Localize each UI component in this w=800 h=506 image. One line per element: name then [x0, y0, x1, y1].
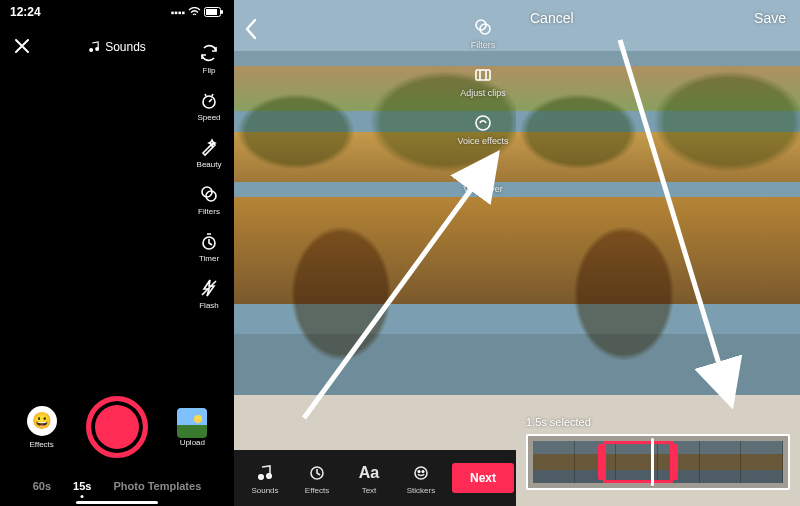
- upload-button[interactable]: Upload: [177, 408, 207, 447]
- clip-thumb: [741, 441, 783, 483]
- music-note-icon: [88, 41, 100, 53]
- status-bar: 12:24 ▪▪▪▪: [0, 3, 234, 21]
- home-indicator: [76, 501, 158, 504]
- effects-button[interactable]: 😀 Effects: [27, 406, 57, 449]
- sounds-label: Sounds: [105, 40, 146, 54]
- record-button[interactable]: [86, 396, 148, 458]
- wifi-icon: [188, 7, 201, 17]
- clip-thumb: [700, 441, 742, 483]
- flip-label: Flip: [198, 66, 220, 75]
- camera-screen: 12:24 ▪▪▪▪ Sounds Flip: [0, 0, 234, 506]
- adjust-clips-label: Adjust clips: [460, 88, 506, 98]
- trim-track[interactable]: [533, 441, 783, 483]
- timer-button[interactable]: Timer: [198, 230, 220, 263]
- tb-text[interactable]: Aa Text: [346, 462, 392, 495]
- svg-point-21: [422, 470, 424, 472]
- upload-icon: [177, 408, 207, 438]
- mode-15s[interactable]: 15s: [73, 480, 91, 492]
- mode-60s[interactable]: 60s: [33, 480, 51, 492]
- clock-icon: [294, 462, 340, 484]
- tb-sounds[interactable]: Sounds: [242, 462, 288, 495]
- mode-templates[interactable]: Photo Templates: [113, 480, 201, 492]
- tb-stickers[interactable]: Stickers: [398, 462, 444, 495]
- adjust-clips-screen: Cancel Save 1.5s selected: [516, 0, 800, 506]
- voiceover-button[interactable]: Voiceover: [463, 160, 503, 194]
- speed-button[interactable]: Speed: [197, 89, 220, 122]
- cancel-button[interactable]: Cancel: [530, 10, 574, 26]
- tb-effects-label: Effects: [294, 486, 340, 495]
- voice-effects-icon: [472, 112, 494, 134]
- beauty-label: Beauty: [197, 160, 222, 169]
- svg-rect-12: [476, 70, 490, 80]
- filters-label-2: Filters: [471, 40, 496, 50]
- voiceover-label: Voiceover: [463, 184, 503, 194]
- back-icon[interactable]: [244, 18, 258, 40]
- adjust-clips-button[interactable]: Adjust clips: [460, 64, 506, 98]
- preview-screen: Filters Adjust clips Voice effects Voice…: [234, 0, 516, 506]
- effects-label: Effects: [27, 440, 57, 449]
- svg-rect-1: [206, 9, 217, 15]
- status-time: 12:24: [10, 5, 41, 19]
- music-note-icon-2: [242, 462, 288, 484]
- shutter-row: 😀 Effects Upload: [0, 396, 234, 458]
- sticker-icon: [398, 462, 444, 484]
- voiceover-icon: [472, 160, 494, 182]
- signal-icon: ▪▪▪▪: [171, 7, 185, 18]
- flip-icon: [198, 42, 220, 64]
- filters-icon-2: [472, 16, 494, 38]
- beauty-icon: [198, 136, 220, 158]
- speed-icon: [198, 89, 220, 111]
- svg-point-20: [418, 470, 420, 472]
- effects-icon: 😀: [27, 406, 57, 436]
- tb-sounds-label: Sounds: [242, 486, 288, 495]
- voice-effects-label: Voice effects: [458, 136, 509, 146]
- adjust-header: Cancel Save: [516, 10, 800, 26]
- svg-point-17: [267, 473, 271, 477]
- clip-thumb: [533, 441, 575, 483]
- svg-point-16: [259, 474, 263, 478]
- upload-label: Upload: [177, 438, 207, 447]
- preview-toolbar: Sounds Effects Aa Text Stickers Next: [234, 450, 516, 506]
- voice-effects-button[interactable]: Voice effects: [458, 112, 509, 146]
- filters-label: Filters: [198, 207, 220, 216]
- trim-area: 1.5s selected: [526, 416, 790, 490]
- flash-label: Flash: [198, 301, 220, 310]
- playhead[interactable]: [651, 438, 654, 486]
- mode-selector: 60s 15s Photo Templates: [0, 480, 234, 492]
- tb-stickers-label: Stickers: [398, 486, 444, 495]
- text-icon: Aa: [346, 462, 392, 484]
- flash-button[interactable]: Flash: [198, 277, 220, 310]
- trim-selection[interactable]: [603, 441, 673, 483]
- camera-side-tools: Flip Speed Beauty Filters Timer Flash: [188, 42, 230, 310]
- preview-side-tools: Filters Adjust clips Voice effects Voice…: [456, 16, 510, 194]
- filters-icon: [198, 183, 220, 205]
- tb-effects[interactable]: Effects: [294, 462, 340, 495]
- flash-icon: [198, 277, 220, 299]
- filters-button-2[interactable]: Filters: [471, 16, 496, 50]
- sounds-button[interactable]: Sounds: [88, 40, 146, 54]
- flip-button[interactable]: Flip: [198, 42, 220, 75]
- svg-point-19: [415, 467, 427, 479]
- speed-label: Speed: [197, 113, 220, 122]
- filters-button[interactable]: Filters: [198, 183, 220, 216]
- status-indicators: ▪▪▪▪: [171, 7, 224, 18]
- svg-point-13: [476, 116, 490, 130]
- trim-frame: [526, 434, 790, 490]
- svg-point-3: [89, 48, 93, 52]
- tb-text-label: Text: [346, 486, 392, 495]
- timer-icon: [198, 230, 220, 252]
- timer-label: Timer: [198, 254, 220, 263]
- close-icon[interactable]: [14, 38, 30, 54]
- beauty-button[interactable]: Beauty: [197, 136, 222, 169]
- battery-icon: [204, 7, 224, 17]
- svg-rect-2: [221, 10, 223, 14]
- svg-point-4: [95, 47, 99, 51]
- next-button[interactable]: Next: [452, 463, 514, 493]
- adjust-clips-icon: [472, 64, 494, 86]
- save-button[interactable]: Save: [754, 10, 786, 26]
- selection-duration: 1.5s selected: [526, 416, 790, 428]
- svg-rect-14: [480, 163, 486, 173]
